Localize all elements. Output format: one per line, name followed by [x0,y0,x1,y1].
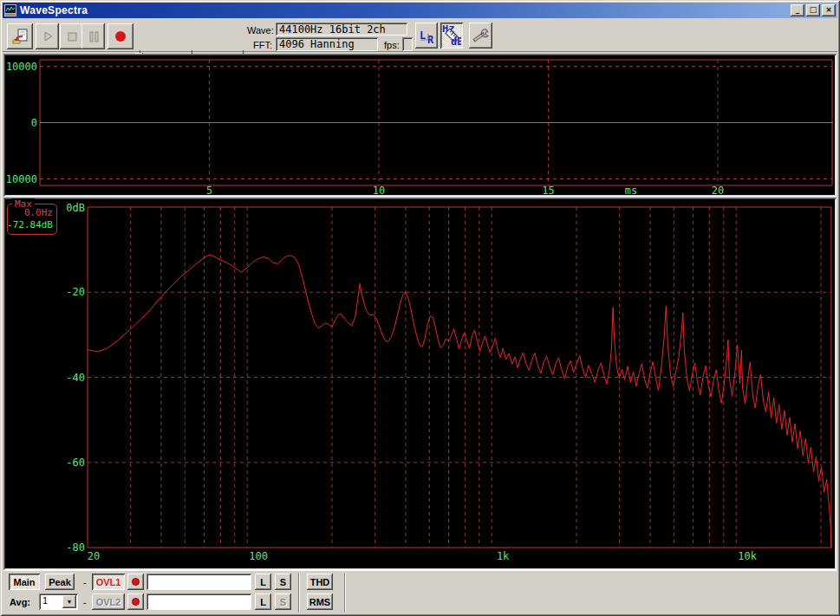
channel-lr-button[interactable]: L R [415,23,438,49]
ovl1-button[interactable]: OVL1 [92,574,125,590]
ovl1-record-icon [132,578,140,586]
thd-button[interactable]: THD [307,574,333,590]
minimize-button[interactable]: _ [791,4,804,16]
close-button[interactable]: × [822,4,836,16]
max-level-value: -72.84dB [7,219,53,230]
svg-text:10: 10 [373,185,385,195]
title-bar[interactable]: WaveSpectra _ □ × [3,3,837,18]
svg-text:0: 0 [31,117,37,129]
svg-text:1k: 1k [497,550,510,562]
avg-label: Avg: [10,597,30,607]
fft-label: FFT: [253,40,272,50]
toolbar: Wave: 44100Hz 16bit 2ch FFT: 4096 Hannin… [3,18,837,52]
dash-separator: - [83,577,87,587]
ovl1-record-button[interactable] [127,574,144,590]
ovl2-load-button[interactable]: L [255,593,271,610]
avg-dropdown-arrow[interactable]: ▼ [62,595,76,608]
svg-text:-40: -40 [66,372,85,384]
window-title: WaveSpectra [20,4,88,16]
waveform-chart: 100000-100005101520ms [5,55,835,195]
ovl1-file-input[interactable] [147,574,251,590]
record-button[interactable] [107,23,133,49]
dash-separator: - [83,597,87,607]
settings-button[interactable] [469,23,492,49]
waveform-panel: 100000-100005101520ms [3,54,837,197]
svg-text:ms: ms [625,185,637,195]
wrench-icon [472,26,491,45]
wave-label: Wave: [247,25,274,36]
ovl2-button[interactable]: OVL2 [92,593,125,610]
ovl2-record-icon [132,598,140,606]
svg-text:100: 100 [249,550,268,562]
svg-text:-10000: -10000 [5,173,37,185]
svg-text:-80: -80 [66,541,85,554]
svg-text:20: 20 [712,185,724,195]
wavespectra-window: WaveSpectra _ □ × [0,0,840,616]
maximize-button[interactable]: □ [806,4,820,16]
svg-text:10k: 10k [738,550,757,562]
stop-icon [66,30,78,42]
svg-text:0dB: 0dB [66,202,85,214]
main-tab-button[interactable]: Main [9,574,40,590]
peak-tab-button[interactable]: Peak [45,574,75,590]
record-icon [115,31,126,42]
svg-text:15: 15 [542,185,554,195]
ovl2-record-button[interactable] [127,593,144,610]
separator [344,573,346,613]
stop-button[interactable] [60,23,83,49]
ovl1-load-button[interactable]: L [255,574,271,590]
svg-text:20: 20 [88,550,100,562]
fps-label: fps: [384,40,400,50]
rms-button[interactable]: RMS [307,593,333,610]
wave-format-field: 44100Hz 16bit 2ch [276,23,407,36]
left-right-channel-icon: L R [418,27,435,44]
spectrum-panel: 0dB-20-40-60-80201001k10k Max 0.0Hz -72.… [3,198,837,570]
fps-field [402,37,413,51]
fft-settings-field: 4096 Hanning [276,37,378,51]
play-button[interactable] [36,23,59,49]
play-icon [42,30,54,42]
pause-button[interactable] [81,23,105,49]
avg-value: 1 [42,595,48,606]
app-icon [4,4,16,16]
ovl2-save-button[interactable]: S [275,593,291,610]
ovl2-file-input[interactable] [147,593,251,610]
spectrum-chart: 0dB-20-40-60-80201001k10k [5,199,835,568]
control-bar: Main Peak - OVL1 L S Avg: 1 ▼ - OVL2 L S… [3,570,837,613]
hz-db-ruler-icon: Hz dB [442,25,461,46]
hz-db-scale-button[interactable]: Hz dB [440,23,463,49]
svg-text:10000: 10000 [6,61,37,73]
max-frequency-value: 0.0Hz [24,207,53,218]
max-readout-box: Max 0.0Hz -72.84dB [7,204,57,235]
svg-text:5: 5 [206,185,212,195]
open-file-icon [11,29,29,44]
svg-text:dB: dB [451,36,461,46]
svg-text:-20: -20 [66,286,85,298]
separator [298,573,300,613]
avg-select[interactable]: 1 ▼ [39,593,78,610]
ovl1-save-button[interactable]: S [275,574,291,590]
open-file-button[interactable] [7,23,33,49]
pause-icon [88,30,100,42]
svg-text:-60: -60 [66,457,85,469]
